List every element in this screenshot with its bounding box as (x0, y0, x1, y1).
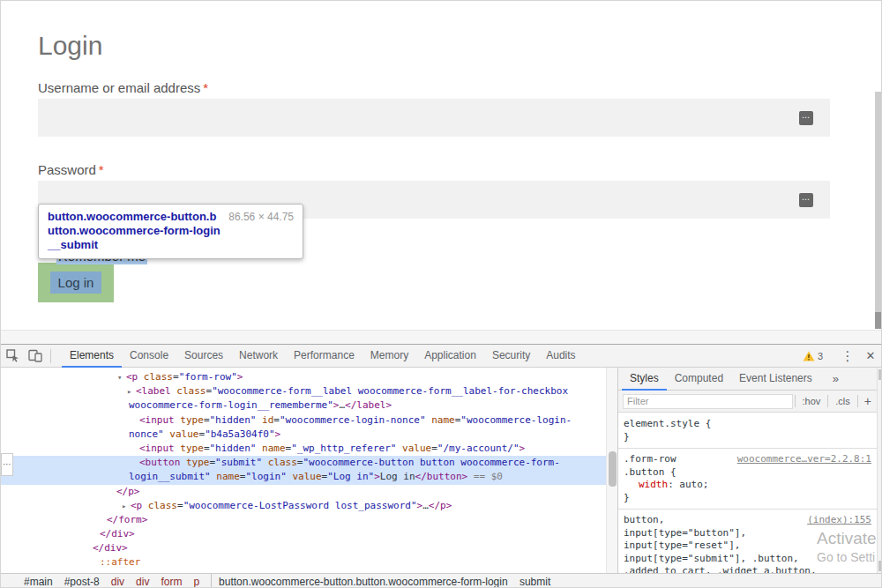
breadcrumb-current[interactable]: button.woocommerce-button.button.woocomm… (219, 576, 550, 588)
code-token: "submit" (215, 457, 262, 468)
dom-tree-line[interactable]: login__submit" name="login" value="Log i… (1, 470, 606, 484)
style-selector[interactable]: input[type="button"], (624, 527, 746, 540)
dom-tree-line[interactable]: </form> (1, 513, 606, 527)
dom-tree-line[interactable]: </div> (1, 541, 606, 555)
styles-scrollbar[interactable] (877, 368, 882, 573)
code-token: name (211, 471, 240, 482)
dom-tree-scrollbar-thumb[interactable] (609, 451, 617, 487)
collapse-arrow-icon[interactable]: ▾ (117, 370, 126, 384)
code-token: > (275, 428, 281, 440)
sidebar-tab-computed[interactable]: Computed (667, 368, 731, 391)
devtools-tab-console[interactable]: Console (122, 345, 176, 368)
style-selector[interactable]: .button { (624, 466, 676, 480)
username-label-text: Username or email address (38, 80, 200, 95)
dom-tree-line[interactable]: ▸<p class="woocommerce-LostPassword lost… (1, 499, 606, 513)
code-token: = (177, 500, 183, 511)
inspect-icon (6, 349, 19, 362)
dom-tree-line[interactable]: nonce" value="b4a5a304f0"> (1, 428, 606, 442)
dom-tree-line[interactable]: <button type="submit" class="woocommerce… (1, 456, 606, 470)
dom-tree-scrollbar[interactable] (606, 368, 617, 573)
overflow-ellipsis-button[interactable]: ⋯ (1, 453, 13, 476)
breadcrumb-item[interactable]: #post-8 (64, 576, 100, 588)
devtools-tab-network[interactable]: Network (231, 345, 286, 368)
breadcrumb-item[interactable]: p (193, 576, 199, 588)
password-manager-icon[interactable]: ⋯ (799, 193, 813, 207)
page-horizontal-scrollbar[interactable] (1, 330, 882, 344)
dom-tree-line[interactable]: <input type="hidden" name="_wp_http_refe… (1, 442, 606, 456)
element-classes-button[interactable]: .cls (830, 396, 856, 406)
dom-tree-line[interactable]: </p> (1, 485, 606, 499)
styles-scroll-down-button[interactable] (878, 561, 882, 571)
dom-tree-line[interactable]: ▾<p class="form-row"> (1, 370, 606, 384)
dom-tree-line[interactable]: woocommerce-form-login__rememberme">…</l… (1, 398, 606, 413)
css-property[interactable]: width: auto; (624, 479, 871, 492)
devtools-close-button[interactable]: ✕ (858, 349, 882, 362)
stylesheet-link[interactable]: (index):155 (800, 514, 871, 527)
password-manager-icon[interactable]: ⋯ (799, 111, 813, 125)
devtools-tab-memory[interactable]: Memory (363, 345, 416, 368)
style-selector[interactable]: input[type="reset"], (624, 540, 740, 553)
code-token: </button> (415, 471, 468, 482)
devtools-tab-sources[interactable]: Sources (176, 345, 231, 368)
inspect-element-button[interactable] (1, 345, 24, 367)
password-label-text: Password (38, 162, 96, 177)
code-token: class (142, 500, 177, 511)
code-token: "woocommerce-login- (460, 414, 572, 426)
breadcrumb-item[interactable]: div (136, 576, 149, 588)
style-selector[interactable]: .form-row (624, 453, 676, 466)
breadcrumb-item[interactable]: div (111, 576, 124, 588)
dom-tree-line[interactable]: <input type="hidden" id="woocommerce-log… (1, 413, 606, 428)
stylesheet-link[interactable]: woocommerce…ver=2.2.8:1 (730, 453, 871, 466)
code-token: </p> (429, 500, 452, 511)
dom-tree-line[interactable]: ▸<label class="woocommerce-form__label w… (1, 384, 606, 398)
expand-arrow-icon[interactable]: ▸ (127, 384, 136, 398)
code-token: name (256, 443, 285, 454)
more-tabs-button[interactable]: » (833, 372, 839, 385)
styles-sidebar: StylesComputedEvent Listeners » :hov .cl… (617, 368, 882, 573)
page-scrollbar-thumb[interactable] (875, 92, 882, 312)
devtools-tab-audits[interactable]: Audits (538, 345, 583, 368)
code-token: "woocommerce-form__label woocommerce-for… (212, 385, 568, 397)
breadcrumb-item[interactable]: form (161, 576, 182, 588)
code-token: ::after (100, 556, 140, 568)
code-token: login__submit" (129, 471, 211, 482)
code-token: id (256, 414, 273, 426)
style-selector[interactable]: input[type="submit"], .button, (624, 553, 799, 566)
page-scrollbar-down-button[interactable] (875, 312, 882, 329)
style-selector[interactable]: button, (624, 514, 664, 527)
breadcrumb-divider (211, 574, 212, 588)
dom-tree-line[interactable]: ::after (1, 555, 606, 569)
filter-separator (857, 395, 858, 407)
devtools-tab-elements[interactable]: Elements (62, 345, 122, 368)
code-token: nonce" (129, 428, 164, 440)
style-selector[interactable]: .added_to_cart, .widget a.button, (624, 565, 817, 573)
login-button[interactable]: Log in (38, 263, 114, 302)
styles-scroll-up-button[interactable] (878, 369, 882, 380)
style-rule: .form-rowwoocommerce…ver=2.2.8:1.button … (618, 449, 877, 510)
code-token: > (374, 471, 380, 482)
new-style-rule-button[interactable]: + (860, 394, 878, 408)
style-selector[interactable]: element.style { (624, 418, 711, 431)
styles-filter-input[interactable] (623, 394, 793, 409)
required-marker: * (203, 80, 208, 95)
required-marker: * (99, 162, 104, 177)
toolbar-separator (50, 349, 51, 363)
username-label: Username or email address* (38, 80, 208, 95)
devtools-tabs: ElementsConsoleSourcesNetworkPerformance… (62, 345, 584, 368)
breadcrumb-item[interactable]: #main (24, 576, 53, 588)
toggle-element-state-button[interactable]: :hov (797, 396, 826, 406)
page-title: Login (38, 31, 102, 61)
devtools-tab-application[interactable]: Application (416, 345, 484, 368)
console-warning-badge[interactable]: 3 (803, 351, 823, 361)
device-toolbar-button[interactable] (24, 345, 47, 367)
sidebar-tab-event-listeners[interactable]: Event Listeners (731, 368, 820, 391)
expand-arrow-icon[interactable]: ▸ (122, 499, 131, 513)
code-token: = (173, 371, 179, 383)
devtools-menu-button[interactable]: ⋮ (837, 348, 858, 364)
sidebar-tab-styles[interactable]: Styles (622, 368, 667, 391)
devtools-tab-security[interactable]: Security (484, 345, 538, 368)
dom-tree-line[interactable]: </div> (1, 527, 606, 541)
devtools-tab-performance[interactable]: Performance (286, 345, 363, 368)
username-input[interactable]: ⋯ (38, 99, 830, 137)
code-token: class (262, 457, 297, 468)
